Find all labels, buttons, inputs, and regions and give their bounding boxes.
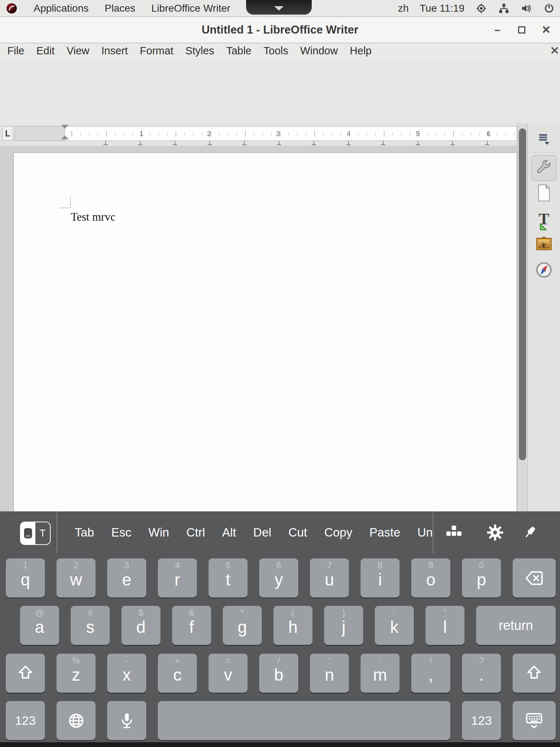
sidebar-tab-navigator[interactable] xyxy=(536,262,552,278)
vertical-scrollbar[interactable] xyxy=(517,123,528,511)
tab-stop-type-selector[interactable]: L xyxy=(2,126,13,141)
letter-key[interactable]: 3e xyxy=(107,558,146,597)
backspace-key[interactable] xyxy=(513,558,556,597)
pointer-mode-option[interactable] xyxy=(21,522,35,544)
letter-key[interactable]: 6y xyxy=(259,558,298,597)
extra-key[interactable]: Tab xyxy=(75,526,94,539)
menu-view[interactable]: View xyxy=(67,45,89,57)
extra-key[interactable]: Del xyxy=(253,526,272,539)
power-icon[interactable] xyxy=(543,3,555,14)
document-page[interactable]: Test mrvc xyxy=(13,152,517,511)
input-language-indicator[interactable]: zh xyxy=(398,3,409,14)
extra-key[interactable]: Win xyxy=(148,526,169,539)
letter-key[interactable]: 8i xyxy=(361,558,400,597)
sidebar-tab-gallery[interactable] xyxy=(535,237,553,251)
places-menu[interactable]: Places xyxy=(105,3,135,14)
extra-keys-strip: TabEscWinCtrlAltDelCutCopyPasteUn xyxy=(75,511,433,554)
dictation-mic-key[interactable] xyxy=(107,701,146,740)
menu-tools[interactable]: Tools xyxy=(264,45,288,57)
letter-key[interactable]: %z xyxy=(57,654,96,693)
fedora-logo-icon[interactable] xyxy=(6,3,18,14)
letter-key[interactable]: *g xyxy=(223,606,262,645)
indent-marker-bottom[interactable] xyxy=(61,135,69,139)
return-key[interactable]: return xyxy=(476,606,556,645)
window-title-bar[interactable]: Untitled 1 - LibreOffice Writer – ✕ xyxy=(0,17,560,43)
shift-key-left[interactable] xyxy=(6,654,45,693)
letter-key[interactable]: =v xyxy=(209,654,248,693)
volume-icon[interactable] xyxy=(521,3,532,14)
input-mode-toggle[interactable]: T xyxy=(20,522,51,545)
letter-key[interactable]: 2w xyxy=(57,558,96,597)
extra-key[interactable]: Esc xyxy=(111,526,131,539)
clock[interactable]: Tue 11:19 xyxy=(420,3,464,14)
keyboard-extra-row: T TabEscWinCtrlAltDelCutCopyPasteUn xyxy=(0,511,560,554)
keyboard-row-3: %z-x+c=v/b;n:m!,?. xyxy=(57,654,501,693)
close-button[interactable]: ✕ xyxy=(536,17,556,43)
shift-key-right[interactable] xyxy=(513,654,556,693)
letter-key[interactable]: !, xyxy=(411,654,450,693)
extra-key[interactable]: Cut xyxy=(288,526,307,539)
letter-key[interactable]: 5t xyxy=(209,558,248,597)
menu-bar: File Edit View Insert Format Styles Tabl… xyxy=(0,43,560,58)
letter-key[interactable]: 9o xyxy=(411,558,450,597)
letter-key[interactable]: 4r xyxy=(158,558,197,597)
sidebar-tab-page[interactable] xyxy=(536,184,552,202)
settings-gear-icon[interactable] xyxy=(486,523,504,542)
extra-key[interactable]: Alt xyxy=(222,526,236,539)
menu-window[interactable]: Window xyxy=(300,45,338,57)
pin-icon[interactable] xyxy=(521,524,538,541)
scrollbar-thumb[interactable] xyxy=(519,128,526,460)
sidebar-tab-properties[interactable] xyxy=(531,155,557,181)
letter-key[interactable]: 7u xyxy=(310,558,349,597)
extra-key[interactable]: Paste xyxy=(369,526,400,539)
letter-key[interactable]: 1q xyxy=(6,558,45,597)
extra-key[interactable]: Un xyxy=(417,526,433,539)
letter-key[interactable]: #s xyxy=(71,606,110,645)
letter-key[interactable]: 0p xyxy=(462,558,501,597)
sidebar-settings-button[interactable] xyxy=(537,131,551,146)
letter-key[interactable]: /b xyxy=(259,654,298,693)
letter-key[interactable]: )j xyxy=(324,606,363,645)
network-icon[interactable] xyxy=(498,3,510,14)
letter-key[interactable]: "l xyxy=(425,606,464,645)
letter-key[interactable]: +c xyxy=(158,654,197,693)
active-app-menu[interactable]: LibreOffice Writer xyxy=(151,3,230,14)
menu-format[interactable]: Format xyxy=(140,45,174,57)
letter-key[interactable]: 'k xyxy=(375,606,414,645)
sidebar-tab-styles[interactable]: T xyxy=(538,211,549,227)
document-text[interactable]: Test mrvc xyxy=(71,210,116,224)
letter-key[interactable]: :m xyxy=(361,654,400,693)
letter-key[interactable]: ;n xyxy=(310,654,349,693)
extra-key[interactable]: Ctrl xyxy=(186,526,205,539)
extra-key[interactable]: Copy xyxy=(324,526,352,539)
text-mode-option[interactable]: T xyxy=(35,522,50,544)
apps-grid-icon[interactable] xyxy=(444,523,463,542)
minimize-button[interactable]: – xyxy=(487,17,508,43)
applications-menu[interactable]: Applications xyxy=(34,3,89,14)
numbers-key-left[interactable]: 123 xyxy=(6,701,45,740)
menu-insert[interactable]: Insert xyxy=(101,45,128,57)
hide-keyboard-key[interactable] xyxy=(513,701,556,740)
letter-key[interactable]: (h xyxy=(273,606,312,645)
menu-table[interactable]: Table xyxy=(226,45,251,57)
menu-styles[interactable]: Styles xyxy=(185,45,214,57)
crosshair-icon[interactable] xyxy=(475,3,487,14)
remote-app-pull-tab[interactable] xyxy=(246,0,312,15)
menu-file[interactable]: File xyxy=(7,45,24,57)
ruler-bar: L 1 2 3 4 5 6 xyxy=(0,123,560,146)
onscreen-keyboard: T TabEscWinCtrlAltDelCutCopyPasteUn 1q2w… xyxy=(0,511,560,747)
menu-help[interactable]: Help xyxy=(350,45,372,57)
globe-key[interactable] xyxy=(57,701,96,740)
letter-key[interactable]: &f xyxy=(172,606,211,645)
space-bar[interactable] xyxy=(158,701,450,740)
letter-key[interactable]: ?. xyxy=(462,654,501,693)
letter-key[interactable]: -x xyxy=(107,654,146,693)
letter-key[interactable]: @a xyxy=(20,606,59,645)
maximize-button[interactable] xyxy=(512,17,532,43)
menu-edit[interactable]: Edit xyxy=(36,45,55,57)
numbers-key-right[interactable]: 123 xyxy=(462,701,501,740)
indent-marker-top[interactable] xyxy=(61,125,69,129)
letter-key[interactable]: $d xyxy=(121,606,160,645)
horizontal-ruler[interactable]: 1 2 3 4 5 6 xyxy=(15,126,517,141)
close-document-button[interactable]: ✕ xyxy=(550,44,559,57)
